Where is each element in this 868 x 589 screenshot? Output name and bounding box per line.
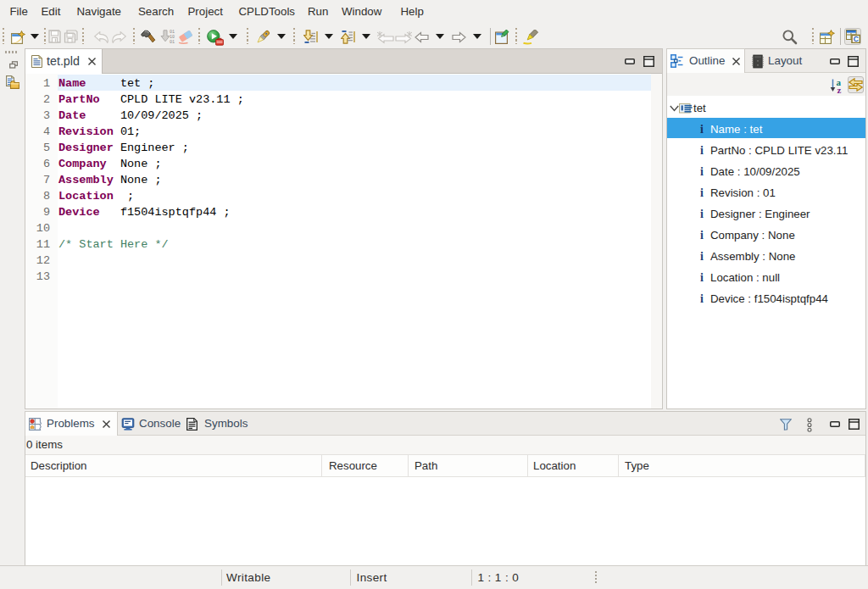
svg-text:C: C	[854, 35, 859, 43]
svg-text:01: 01	[170, 40, 175, 44]
svg-text:z: z	[837, 85, 842, 93]
